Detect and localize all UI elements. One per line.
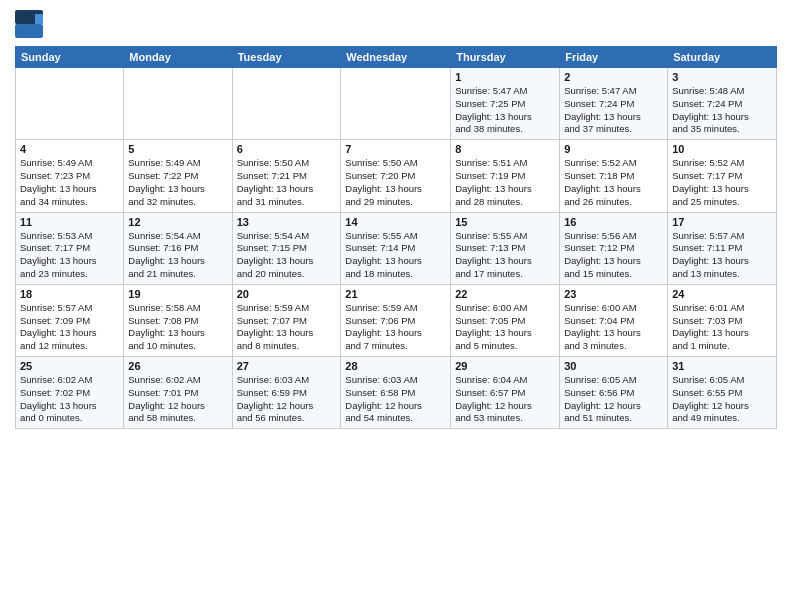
header — [15, 10, 777, 38]
day-number: 3 — [672, 71, 772, 83]
weekday-header: Friday — [560, 47, 668, 68]
day-info: Sunrise: 6:03 AM Sunset: 6:58 PM Dayligh… — [345, 374, 446, 425]
calendar-cell — [124, 68, 232, 140]
day-number: 24 — [672, 288, 772, 300]
calendar-cell: 21Sunrise: 5:59 AM Sunset: 7:06 PM Dayli… — [341, 284, 451, 356]
day-number: 28 — [345, 360, 446, 372]
day-number: 1 — [455, 71, 555, 83]
svg-marker-2 — [35, 14, 43, 24]
day-number: 22 — [455, 288, 555, 300]
day-info: Sunrise: 5:49 AM Sunset: 7:23 PM Dayligh… — [20, 157, 119, 208]
day-info: Sunrise: 5:47 AM Sunset: 7:24 PM Dayligh… — [564, 85, 663, 136]
day-info: Sunrise: 5:50 AM Sunset: 7:21 PM Dayligh… — [237, 157, 337, 208]
calendar-cell: 28Sunrise: 6:03 AM Sunset: 6:58 PM Dayli… — [341, 357, 451, 429]
calendar-cell: 5Sunrise: 5:49 AM Sunset: 7:22 PM Daylig… — [124, 140, 232, 212]
calendar-week-row: 4Sunrise: 5:49 AM Sunset: 7:23 PM Daylig… — [16, 140, 777, 212]
weekday-header: Tuesday — [232, 47, 341, 68]
day-info: Sunrise: 5:50 AM Sunset: 7:20 PM Dayligh… — [345, 157, 446, 208]
calendar-cell — [341, 68, 451, 140]
day-info: Sunrise: 5:52 AM Sunset: 7:18 PM Dayligh… — [564, 157, 663, 208]
day-info: Sunrise: 6:04 AM Sunset: 6:57 PM Dayligh… — [455, 374, 555, 425]
day-number: 11 — [20, 216, 119, 228]
calendar-cell: 25Sunrise: 6:02 AM Sunset: 7:02 PM Dayli… — [16, 357, 124, 429]
day-number: 17 — [672, 216, 772, 228]
calendar-cell: 13Sunrise: 5:54 AM Sunset: 7:15 PM Dayli… — [232, 212, 341, 284]
calendar-week-row: 11Sunrise: 5:53 AM Sunset: 7:17 PM Dayli… — [16, 212, 777, 284]
day-number: 12 — [128, 216, 227, 228]
weekday-header: Saturday — [668, 47, 777, 68]
day-info: Sunrise: 5:53 AM Sunset: 7:17 PM Dayligh… — [20, 230, 119, 281]
day-number: 23 — [564, 288, 663, 300]
calendar-cell: 20Sunrise: 5:59 AM Sunset: 7:07 PM Dayli… — [232, 284, 341, 356]
day-info: Sunrise: 6:00 AM Sunset: 7:04 PM Dayligh… — [564, 302, 663, 353]
day-number: 14 — [345, 216, 446, 228]
weekday-header: Thursday — [451, 47, 560, 68]
calendar-cell: 19Sunrise: 5:58 AM Sunset: 7:08 PM Dayli… — [124, 284, 232, 356]
calendar-week-row: 18Sunrise: 5:57 AM Sunset: 7:09 PM Dayli… — [16, 284, 777, 356]
day-number: 18 — [20, 288, 119, 300]
calendar-cell: 23Sunrise: 6:00 AM Sunset: 7:04 PM Dayli… — [560, 284, 668, 356]
day-number: 13 — [237, 216, 337, 228]
day-info: Sunrise: 6:00 AM Sunset: 7:05 PM Dayligh… — [455, 302, 555, 353]
calendar-cell: 8Sunrise: 5:51 AM Sunset: 7:19 PM Daylig… — [451, 140, 560, 212]
calendar-cell: 18Sunrise: 5:57 AM Sunset: 7:09 PM Dayli… — [16, 284, 124, 356]
day-number: 5 — [128, 143, 227, 155]
day-info: Sunrise: 5:57 AM Sunset: 7:09 PM Dayligh… — [20, 302, 119, 353]
day-number: 16 — [564, 216, 663, 228]
day-info: Sunrise: 5:59 AM Sunset: 7:07 PM Dayligh… — [237, 302, 337, 353]
svg-rect-1 — [15, 24, 43, 38]
day-info: Sunrise: 5:55 AM Sunset: 7:14 PM Dayligh… — [345, 230, 446, 281]
day-number: 9 — [564, 143, 663, 155]
day-number: 25 — [20, 360, 119, 372]
day-number: 21 — [345, 288, 446, 300]
calendar-cell: 3Sunrise: 5:48 AM Sunset: 7:24 PM Daylig… — [668, 68, 777, 140]
calendar-cell: 26Sunrise: 6:02 AM Sunset: 7:01 PM Dayli… — [124, 357, 232, 429]
calendar-cell: 15Sunrise: 5:55 AM Sunset: 7:13 PM Dayli… — [451, 212, 560, 284]
weekday-header-row: SundayMondayTuesdayWednesdayThursdayFrid… — [16, 47, 777, 68]
day-info: Sunrise: 6:02 AM Sunset: 7:02 PM Dayligh… — [20, 374, 119, 425]
calendar-cell: 10Sunrise: 5:52 AM Sunset: 7:17 PM Dayli… — [668, 140, 777, 212]
day-number: 8 — [455, 143, 555, 155]
calendar-cell: 27Sunrise: 6:03 AM Sunset: 6:59 PM Dayli… — [232, 357, 341, 429]
day-info: Sunrise: 5:47 AM Sunset: 7:25 PM Dayligh… — [455, 85, 555, 136]
day-number: 2 — [564, 71, 663, 83]
calendar-cell: 2Sunrise: 5:47 AM Sunset: 7:24 PM Daylig… — [560, 68, 668, 140]
day-number: 15 — [455, 216, 555, 228]
day-number: 4 — [20, 143, 119, 155]
calendar-cell — [16, 68, 124, 140]
calendar-cell: 22Sunrise: 6:00 AM Sunset: 7:05 PM Dayli… — [451, 284, 560, 356]
calendar-cell: 17Sunrise: 5:57 AM Sunset: 7:11 PM Dayli… — [668, 212, 777, 284]
day-info: Sunrise: 5:57 AM Sunset: 7:11 PM Dayligh… — [672, 230, 772, 281]
day-number: 31 — [672, 360, 772, 372]
calendar-table: SundayMondayTuesdayWednesdayThursdayFrid… — [15, 46, 777, 429]
calendar-cell: 30Sunrise: 6:05 AM Sunset: 6:56 PM Dayli… — [560, 357, 668, 429]
day-number: 29 — [455, 360, 555, 372]
calendar-cell: 1Sunrise: 5:47 AM Sunset: 7:25 PM Daylig… — [451, 68, 560, 140]
day-info: Sunrise: 5:54 AM Sunset: 7:15 PM Dayligh… — [237, 230, 337, 281]
day-info: Sunrise: 5:59 AM Sunset: 7:06 PM Dayligh… — [345, 302, 446, 353]
weekday-header: Sunday — [16, 47, 124, 68]
calendar-cell: 14Sunrise: 5:55 AM Sunset: 7:14 PM Dayli… — [341, 212, 451, 284]
day-number: 10 — [672, 143, 772, 155]
day-info: Sunrise: 6:02 AM Sunset: 7:01 PM Dayligh… — [128, 374, 227, 425]
calendar-cell: 24Sunrise: 6:01 AM Sunset: 7:03 PM Dayli… — [668, 284, 777, 356]
calendar-cell — [232, 68, 341, 140]
day-info: Sunrise: 5:58 AM Sunset: 7:08 PM Dayligh… — [128, 302, 227, 353]
day-number: 20 — [237, 288, 337, 300]
calendar-cell: 31Sunrise: 6:05 AM Sunset: 6:55 PM Dayli… — [668, 357, 777, 429]
day-info: Sunrise: 5:49 AM Sunset: 7:22 PM Dayligh… — [128, 157, 227, 208]
calendar-cell: 6Sunrise: 5:50 AM Sunset: 7:21 PM Daylig… — [232, 140, 341, 212]
calendar-cell: 4Sunrise: 5:49 AM Sunset: 7:23 PM Daylig… — [16, 140, 124, 212]
day-info: Sunrise: 5:52 AM Sunset: 7:17 PM Dayligh… — [672, 157, 772, 208]
calendar-cell: 16Sunrise: 5:56 AM Sunset: 7:12 PM Dayli… — [560, 212, 668, 284]
calendar-cell: 7Sunrise: 5:50 AM Sunset: 7:20 PM Daylig… — [341, 140, 451, 212]
calendar-cell: 9Sunrise: 5:52 AM Sunset: 7:18 PM Daylig… — [560, 140, 668, 212]
day-number: 27 — [237, 360, 337, 372]
calendar-cell: 11Sunrise: 5:53 AM Sunset: 7:17 PM Dayli… — [16, 212, 124, 284]
day-info: Sunrise: 5:56 AM Sunset: 7:12 PM Dayligh… — [564, 230, 663, 281]
day-number: 7 — [345, 143, 446, 155]
day-number: 6 — [237, 143, 337, 155]
day-number: 30 — [564, 360, 663, 372]
page-container: SundayMondayTuesdayWednesdayThursdayFrid… — [0, 0, 792, 439]
day-info: Sunrise: 6:03 AM Sunset: 6:59 PM Dayligh… — [237, 374, 337, 425]
